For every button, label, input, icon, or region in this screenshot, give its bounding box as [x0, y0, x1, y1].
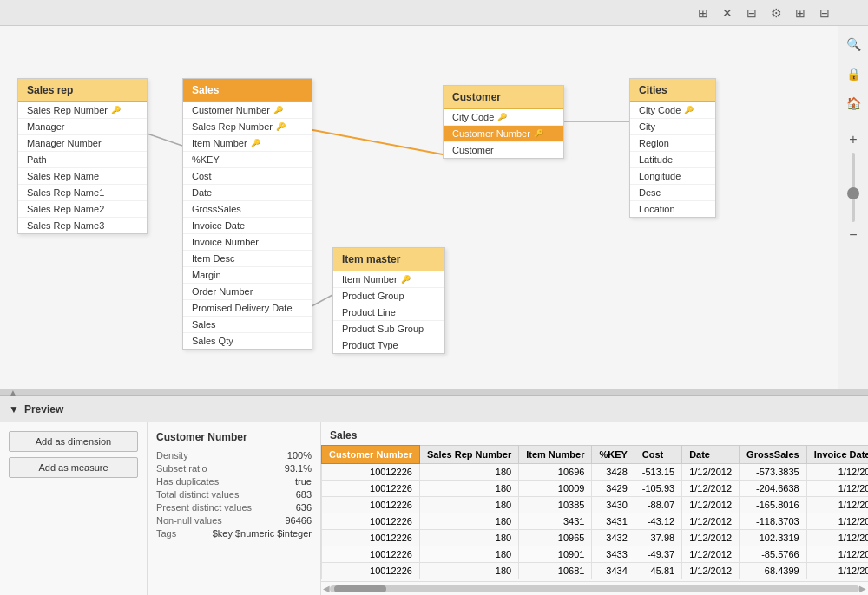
table-cell: 1/12/2012	[682, 464, 740, 481]
table-cell: -105.93	[635, 481, 681, 497]
toolbar-icon-5[interactable]: ⊞	[792, 4, 809, 22]
sales-rep-row-6: Sales Rep Name1	[18, 185, 147, 201]
table-cell: -165.8016	[740, 497, 807, 513]
toolbar-icon-4[interactable]: ⚙	[767, 4, 785, 22]
stat-row-duplicates: Has duplicates true	[156, 476, 312, 487]
col-header-date: Date	[682, 446, 740, 464]
col-header-customer-number: Customer Number	[322, 446, 420, 464]
preview-title: Preview	[24, 403, 63, 415]
cities-row-city-code: City Code 🔑	[630, 102, 715, 119]
table-cell: 1/12/2012	[682, 546, 740, 563]
table-cell: 1/12/20	[806, 464, 868, 481]
add-dimension-button[interactable]: Add as dimension	[9, 431, 138, 452]
add-measure-button[interactable]: Add as measure	[9, 457, 138, 478]
zoom-in-icon[interactable]: +	[844, 130, 863, 149]
table-cell: 3429	[592, 481, 635, 497]
lock-icon[interactable]: 🔒	[844, 64, 863, 83]
zoom-slider-container: + −	[844, 130, 863, 245]
table-cell: 3430	[592, 497, 635, 513]
col-header-cost: Cost	[635, 446, 681, 464]
sales-row-invoice-number: Invoice Number	[183, 234, 312, 251]
home-icon[interactable]: 🏠	[844, 94, 863, 113]
table-cell: 180	[419, 481, 518, 497]
stat-label-duplicates: Has duplicates	[156, 476, 219, 487]
table-cell: 10012226	[322, 464, 420, 481]
table-cell: 1/12/2012	[682, 513, 740, 530]
table-cell: 1/12/20	[806, 563, 868, 579]
col-header-pkey: %KEY	[592, 446, 635, 464]
stat-row-total-distinct: Total distinct values 683	[156, 489, 312, 500]
preview-chevron[interactable]: ▼	[9, 403, 19, 415]
sales-row-customer-number: Customer Number 🔑	[183, 102, 312, 119]
sales-row-pkey: %KEY	[183, 152, 312, 168]
sales-rep-row-4: Path	[18, 152, 147, 168]
sales-rep-row-5: Sales Rep Name	[18, 168, 147, 185]
stat-value-tags: $key $numeric $integer	[213, 528, 312, 539]
horizontal-scrollbar[interactable]	[330, 585, 859, 592]
item-master-table: Item master Item Number 🔑 Product Group …	[332, 247, 445, 354]
sales-rep-table: Sales rep Sales Rep Number 🔑 Manager Man…	[17, 78, 148, 234]
item-master-row-product-type: Product Type	[333, 337, 444, 353]
stat-value-density: 100%	[287, 450, 312, 461]
cities-row-longitude: Longitude	[630, 168, 715, 185]
table-cell: 1/12/2012	[682, 497, 740, 513]
preview-panel: ▼ Preview Add as dimension Add as measur…	[0, 396, 868, 595]
scroll-left-icon[interactable]: ◀	[323, 584, 330, 593]
col-header-item-number: Item Number	[519, 446, 592, 464]
search-icon[interactable]: 🔍	[844, 35, 863, 54]
table-cell: -37.98	[635, 530, 681, 546]
sales-rep-row-8: Sales Rep Name3	[18, 218, 147, 233]
stat-label-tags: Tags	[156, 528, 176, 539]
sales-row-order: Order Number	[183, 284, 312, 300]
toolbar-icon-2[interactable]: ✕	[719, 4, 736, 22]
table-cell: 1/12/20	[806, 497, 868, 513]
table-cell: 1/12/20	[806, 481, 868, 497]
scrollbar-thumb[interactable]	[334, 585, 386, 592]
sales-row-invoice-date: Invoice Date	[183, 218, 312, 234]
table-row: 10012226180100093429-105.931/12/2012-204…	[322, 481, 869, 497]
table-cell: 10696	[519, 464, 592, 481]
table-cell: -68.4399	[740, 563, 807, 579]
sales-rep-row-3: Manager Number	[18, 135, 147, 152]
zoom-out-icon[interactable]: −	[844, 226, 863, 245]
scroll-indicator: ◀ ▶	[321, 581, 868, 595]
sales-row-sales-qty: Sales Qty	[183, 333, 312, 349]
sales-table-header: Sales	[183, 79, 312, 102]
scroll-right-icon[interactable]: ▶	[859, 584, 866, 593]
table-cell: 1/12/20	[806, 530, 868, 546]
toolbar-icon-1[interactable]: ⊞	[694, 4, 712, 22]
panel-divider[interactable]: ▲	[0, 389, 868, 396]
col-header-invoice-date: Invoice Date	[806, 446, 868, 464]
stat-value-nonnull: 96466	[285, 515, 312, 526]
item-master-row-product-group: Product Group	[333, 288, 444, 304]
customer-number-label: Customer Number	[452, 128, 530, 139]
sales-customer-number-label: Customer Number	[192, 105, 270, 115]
data-table: Customer Number Sales Rep Number Item Nu…	[321, 445, 868, 579]
key-icon-3: 🔑	[276, 122, 286, 131]
top-toolbar: ⊞ ✕ ⊟ ⚙ ⊞ ⊟	[0, 0, 868, 26]
stat-row-nonnull: Non-null values 96466	[156, 515, 312, 526]
zoom-thumb[interactable]	[847, 187, 859, 199]
table-cell: 10012226	[322, 530, 420, 546]
data-table-container[interactable]: Customer Number Sales Rep Number Item Nu…	[321, 445, 868, 581]
table-cell: 10965	[519, 530, 592, 546]
stat-label-subset: Subset ratio	[156, 463, 207, 474]
sales-row-sales: Sales	[183, 317, 312, 333]
zoom-track[interactable]	[852, 153, 855, 222]
table-cell: 3432	[592, 530, 635, 546]
stat-label-total-distinct: Total distinct values	[156, 489, 239, 500]
customer-table-header: Customer	[444, 86, 563, 109]
cities-row-latitude: Latitude	[630, 152, 715, 168]
table-row: 10012226180106963428-513.151/12/2012-573…	[322, 464, 869, 481]
preview-stats: Customer Number Density 100% Subset rati…	[148, 422, 321, 595]
table-cell: 10901	[519, 546, 592, 563]
table-cell: 10012226	[322, 546, 420, 563]
cities-row-desc: Desc	[630, 185, 715, 201]
stat-row-present-distinct: Present distinct values 636	[156, 502, 312, 513]
table-cell: 180	[419, 464, 518, 481]
cities-table-header: Cities	[630, 79, 715, 102]
toolbar-icon-6[interactable]: ⊟	[816, 4, 833, 22]
table-cell: 1/12/2012	[682, 563, 740, 579]
item-master-row-product-subgroup: Product Sub Group	[333, 321, 444, 337]
toolbar-icon-3[interactable]: ⊟	[743, 4, 760, 22]
